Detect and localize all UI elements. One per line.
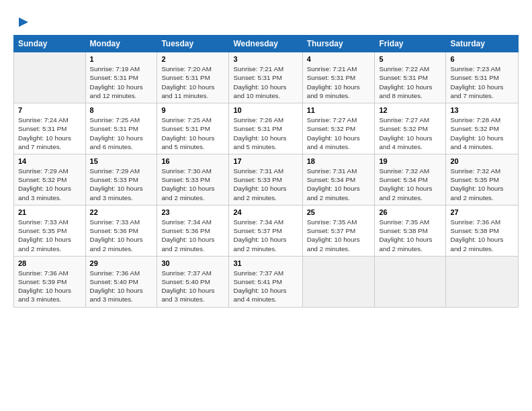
calendar-table: SundayMondayTuesdayWednesdayThursdayFrid…: [13, 35, 519, 307]
day-number: 24: [233, 208, 298, 216]
day-number: 20: [450, 157, 514, 165]
calendar-cell: [14, 52, 86, 103]
calendar-cell: 26Sunrise: 7:35 AM Sunset: 5:38 PM Dayli…: [375, 205, 446, 256]
calendar-cell: 17Sunrise: 7:31 AM Sunset: 5:33 PM Dayli…: [229, 154, 302, 205]
week-row-1: 1Sunrise: 7:19 AM Sunset: 5:31 PM Daylig…: [14, 52, 519, 103]
day-detail: Sunrise: 7:30 AM Sunset: 5:33 PM Dayligh…: [161, 167, 224, 202]
calendar-cell: 31Sunrise: 7:37 AM Sunset: 5:41 PM Dayli…: [229, 256, 302, 307]
week-row-5: 28Sunrise: 7:36 AM Sunset: 5:39 PM Dayli…: [14, 256, 519, 307]
day-number: 15: [90, 157, 153, 165]
calendar-cell: 4Sunrise: 7:21 AM Sunset: 5:31 PM Daylig…: [302, 52, 375, 103]
day-detail: Sunrise: 7:24 AM Sunset: 5:31 PM Dayligh…: [18, 116, 81, 151]
calendar-cell: 9Sunrise: 7:25 AM Sunset: 5:31 PM Daylig…: [157, 103, 229, 154]
day-number: 26: [379, 208, 441, 216]
calendar-cell: 2Sunrise: 7:20 AM Sunset: 5:31 PM Daylig…: [157, 52, 229, 103]
week-row-2: 7Sunrise: 7:24 AM Sunset: 5:31 PM Daylig…: [14, 103, 519, 154]
day-detail: Sunrise: 7:29 AM Sunset: 5:33 PM Dayligh…: [90, 167, 153, 202]
day-detail: Sunrise: 7:29 AM Sunset: 5:32 PM Dayligh…: [18, 167, 81, 202]
day-number: 7: [18, 106, 81, 114]
day-detail: Sunrise: 7:32 AM Sunset: 5:35 PM Dayligh…: [450, 167, 514, 202]
day-detail: Sunrise: 7:36 AM Sunset: 5:38 PM Dayligh…: [450, 218, 514, 253]
week-row-4: 21Sunrise: 7:33 AM Sunset: 5:35 PM Dayli…: [14, 205, 519, 256]
day-detail: Sunrise: 7:23 AM Sunset: 5:31 PM Dayligh…: [450, 64, 514, 100]
calendar-cell: 30Sunrise: 7:37 AM Sunset: 5:40 PM Dayli…: [157, 256, 229, 307]
day-detail: Sunrise: 7:31 AM Sunset: 5:33 PM Dayligh…: [233, 167, 298, 202]
week-row-3: 14Sunrise: 7:29 AM Sunset: 5:32 PM Dayli…: [14, 154, 519, 205]
day-detail: Sunrise: 7:20 AM Sunset: 5:31 PM Dayligh…: [161, 64, 224, 100]
day-number: 28: [18, 259, 81, 267]
day-number: 10: [233, 106, 298, 114]
calendar-cell: 12Sunrise: 7:27 AM Sunset: 5:32 PM Dayli…: [375, 103, 446, 154]
day-number: 3: [233, 55, 298, 63]
day-detail: Sunrise: 7:33 AM Sunset: 5:36 PM Dayligh…: [90, 218, 153, 253]
calendar-cell: [302, 256, 375, 307]
day-number: 22: [90, 208, 153, 216]
day-number: 13: [450, 106, 514, 114]
day-detail: Sunrise: 7:19 AM Sunset: 5:31 PM Dayligh…: [90, 64, 153, 100]
day-detail: Sunrise: 7:35 AM Sunset: 5:37 PM Dayligh…: [307, 218, 371, 253]
day-detail: Sunrise: 7:28 AM Sunset: 5:32 PM Dayligh…: [450, 116, 514, 151]
calendar-cell: 22Sunrise: 7:33 AM Sunset: 5:36 PM Dayli…: [85, 205, 157, 256]
calendar-cell: 24Sunrise: 7:34 AM Sunset: 5:37 PM Dayli…: [229, 205, 302, 256]
day-detail: Sunrise: 7:31 AM Sunset: 5:34 PM Dayligh…: [307, 167, 371, 202]
day-detail: Sunrise: 7:26 AM Sunset: 5:31 PM Dayligh…: [233, 116, 298, 151]
day-detail: Sunrise: 7:34 AM Sunset: 5:36 PM Dayligh…: [161, 218, 224, 253]
day-detail: Sunrise: 7:37 AM Sunset: 5:40 PM Dayligh…: [161, 269, 224, 304]
day-number: 29: [90, 259, 153, 267]
col-header-thursday: Thursday: [302, 36, 375, 52]
day-number: 12: [379, 106, 441, 114]
day-detail: Sunrise: 7:25 AM Sunset: 5:31 PM Dayligh…: [90, 116, 153, 151]
calendar-cell: 10Sunrise: 7:26 AM Sunset: 5:31 PM Dayli…: [229, 103, 302, 154]
day-detail: Sunrise: 7:21 AM Sunset: 5:31 PM Dayligh…: [307, 64, 371, 100]
calendar-cell: 20Sunrise: 7:32 AM Sunset: 5:35 PM Dayli…: [446, 154, 519, 205]
calendar-cell: 21Sunrise: 7:33 AM Sunset: 5:35 PM Dayli…: [14, 205, 86, 256]
day-detail: Sunrise: 7:35 AM Sunset: 5:38 PM Dayligh…: [379, 218, 441, 253]
col-header-friday: Friday: [375, 36, 446, 52]
calendar-cell: 15Sunrise: 7:29 AM Sunset: 5:33 PM Dayli…: [85, 154, 157, 205]
day-number: 17: [233, 157, 298, 165]
calendar-cell: 13Sunrise: 7:28 AM Sunset: 5:32 PM Dayli…: [446, 103, 519, 154]
calendar-cell: 19Sunrise: 7:32 AM Sunset: 5:34 PM Dayli…: [375, 154, 446, 205]
day-number: 19: [379, 157, 441, 165]
day-number: 8: [90, 106, 153, 114]
logo-icon: [15, 15, 30, 30]
day-detail: Sunrise: 7:33 AM Sunset: 5:35 PM Dayligh…: [18, 218, 81, 253]
page-container: SundayMondayTuesdayWednesdayThursdayFrid…: [0, 0, 532, 314]
day-number: 14: [18, 157, 81, 165]
calendar-cell: 25Sunrise: 7:35 AM Sunset: 5:37 PM Dayli…: [302, 205, 375, 256]
header-row: SundayMondayTuesdayWednesdayThursdayFrid…: [14, 36, 519, 52]
calendar-cell: 14Sunrise: 7:29 AM Sunset: 5:32 PM Dayli…: [14, 154, 86, 205]
day-detail: Sunrise: 7:21 AM Sunset: 5:31 PM Dayligh…: [233, 64, 298, 100]
calendar-cell: 5Sunrise: 7:22 AM Sunset: 5:31 PM Daylig…: [375, 52, 446, 103]
day-number: 5: [379, 55, 441, 63]
day-number: 1: [90, 55, 153, 63]
day-number: 4: [307, 55, 371, 63]
col-header-monday: Monday: [85, 36, 157, 52]
day-detail: Sunrise: 7:32 AM Sunset: 5:34 PM Dayligh…: [379, 167, 441, 202]
day-detail: Sunrise: 7:37 AM Sunset: 5:41 PM Dayligh…: [233, 269, 298, 304]
day-number: 25: [307, 208, 371, 216]
day-number: 30: [161, 259, 224, 267]
logo: [13, 15, 31, 30]
day-number: 31: [233, 259, 298, 267]
calendar-cell: 8Sunrise: 7:25 AM Sunset: 5:31 PM Daylig…: [85, 103, 157, 154]
calendar-cell: [375, 256, 446, 307]
day-detail: Sunrise: 7:34 AM Sunset: 5:37 PM Dayligh…: [233, 218, 298, 253]
col-header-tuesday: Tuesday: [157, 36, 229, 52]
day-number: 6: [450, 55, 514, 63]
calendar-cell: 7Sunrise: 7:24 AM Sunset: 5:31 PM Daylig…: [14, 103, 86, 154]
calendar-cell: 23Sunrise: 7:34 AM Sunset: 5:36 PM Dayli…: [157, 205, 229, 256]
logo-text: [13, 15, 31, 30]
day-number: 16: [161, 157, 224, 165]
header: [13, 12, 519, 30]
col-header-wednesday: Wednesday: [229, 36, 302, 52]
calendar-cell: 18Sunrise: 7:31 AM Sunset: 5:34 PM Dayli…: [302, 154, 375, 205]
day-detail: Sunrise: 7:22 AM Sunset: 5:31 PM Dayligh…: [379, 64, 441, 100]
calendar-cell: 28Sunrise: 7:36 AM Sunset: 5:39 PM Dayli…: [14, 256, 86, 307]
calendar-cell: 11Sunrise: 7:27 AM Sunset: 5:32 PM Dayli…: [302, 103, 375, 154]
col-header-sunday: Sunday: [14, 36, 86, 52]
col-header-saturday: Saturday: [446, 36, 519, 52]
calendar-cell: 3Sunrise: 7:21 AM Sunset: 5:31 PM Daylig…: [229, 52, 302, 103]
day-number: 9: [161, 106, 224, 114]
day-detail: Sunrise: 7:27 AM Sunset: 5:32 PM Dayligh…: [379, 116, 441, 151]
